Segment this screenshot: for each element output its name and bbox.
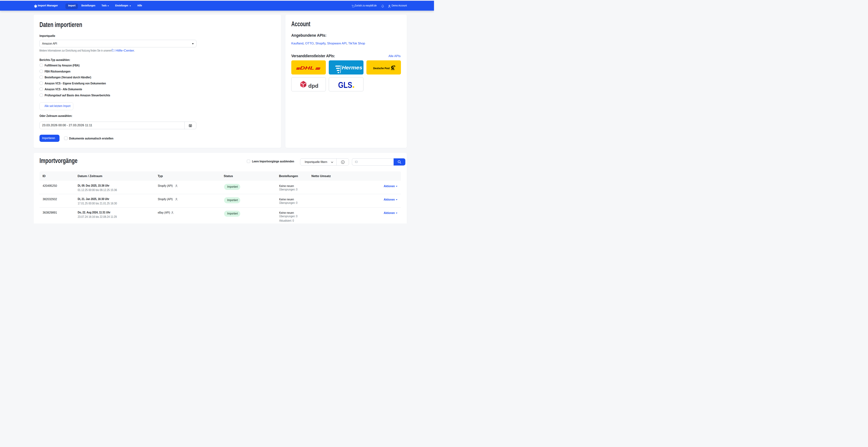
svg-text:GLS: GLS [338,82,352,88]
svg-text:dpd: dpd [308,83,318,89]
svg-text:Hermes: Hermes [342,65,362,70]
svg-text:Deutsche Post: Deutsche Post [373,67,390,70]
svg-text:DHL: DHL [300,65,315,70]
